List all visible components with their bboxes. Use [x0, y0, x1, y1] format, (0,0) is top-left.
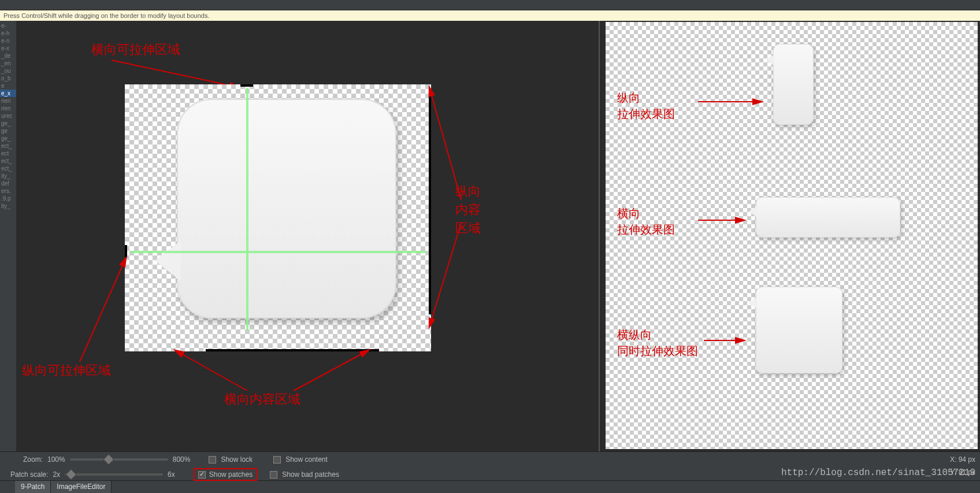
- patch-scale-label: Patch scale:: [10, 470, 48, 479]
- sidebar-item[interactable]: rien: [0, 105, 16, 112]
- preview-vertical-bubble: [773, 44, 814, 125]
- sidebar-item[interactable]: o_b: [0, 75, 16, 82]
- annot-prev-v-2: 拉伸效果图: [617, 106, 675, 122]
- sidebar-item[interactable]: .9.p: [0, 195, 16, 202]
- watermark: http://blog.csdn.net/sinat_31057219: [781, 468, 975, 478]
- preview-vertical-tail: [766, 54, 774, 66]
- sidebar-item[interactable]: ect: [0, 150, 16, 157]
- annot-prev-h-1: 横向: [617, 206, 640, 221]
- annot-v-stretch: 纵向可拉伸区域: [22, 362, 111, 379]
- show-patches-label: Show patches: [209, 470, 253, 479]
- zoom-label: Zoom:: [23, 455, 43, 464]
- left-strip: e-e-he-ne-x_de_en_ouo_bee_xrienrienurecg…: [0, 21, 16, 451]
- sidebar-item[interactable]: ge_: [0, 135, 16, 142]
- show-lock-checkbox[interactable]: [209, 456, 216, 464]
- preview-both-tail: [749, 297, 757, 309]
- sidebar-item[interactable]: def: [0, 180, 16, 187]
- hint-bar: Press Control/Shift while dragging on th…: [0, 10, 980, 21]
- svg-line-5: [294, 350, 369, 391]
- bottom-tabs: 9-Patch ImageFileEditor: [0, 480, 980, 493]
- bubble-tail: [155, 240, 181, 281]
- annot-prev-h-2: 拉伸效果图: [617, 222, 675, 238]
- annot-v-content-2: 内容: [455, 201, 481, 218]
- show-content-label: Show content: [285, 455, 328, 464]
- preview-horizontal-bubble: [756, 197, 900, 238]
- zoom-max: 800%: [173, 455, 191, 464]
- tab-imagefileeditor[interactable]: ImageFileEditor: [51, 481, 112, 493]
- svg-line-2: [429, 223, 461, 327]
- right-content-mark: [429, 95, 431, 314]
- sidebar-item[interactable]: _ou: [0, 67, 16, 75]
- show-bad-checkbox[interactable]: [270, 471, 277, 479]
- preview-pane: 纵向 拉伸效果图 横向 拉伸效果图 横纵向 同时拉伸效果图: [599, 21, 980, 451]
- sidebar-item[interactable]: ity_: [0, 202, 16, 210]
- sidebar-item[interactable]: rien: [0, 97, 16, 105]
- bubble-image: [177, 99, 396, 318]
- sidebar-item[interactable]: ect_: [0, 165, 16, 172]
- top-stretch-mark: [240, 84, 253, 87]
- sidebar-item[interactable]: ers.: [0, 187, 16, 195]
- show-patches-checkbox[interactable]: [198, 471, 206, 479]
- show-bad-label: Show bad patches: [282, 470, 339, 479]
- sidebar-item[interactable]: e_x: [0, 90, 16, 97]
- zoom-slider[interactable]: [70, 458, 168, 461]
- annot-v-content-1: 纵向: [455, 183, 481, 200]
- sidebar-item[interactable]: e-n: [0, 37, 16, 45]
- bottom-content-mark: [206, 349, 379, 351]
- left-stretch-mark: [125, 245, 127, 258]
- sidebar-item[interactable]: ge_: [0, 120, 16, 127]
- preview-horizontal-tail: [749, 206, 757, 217]
- editor-pane[interactable]: 横向可拉伸区域 纵向 内容 区域: [16, 21, 599, 451]
- patch-max: 6x: [168, 470, 175, 479]
- annot-prev-both-2: 同时拉伸效果图: [617, 343, 698, 359]
- sidebar-item[interactable]: ect_: [0, 157, 16, 165]
- sidebar-item[interactable]: e: [0, 82, 16, 90]
- patch-slider[interactable]: [65, 473, 163, 476]
- annot-prev-both-1: 横纵向: [617, 327, 652, 343]
- preview-both-bubble: [756, 287, 842, 373]
- show-patches-highlight: Show patches: [194, 468, 257, 481]
- editor-tab-bar[interactable]: [0, 0, 980, 10]
- show-lock-label: Show lock: [221, 455, 253, 464]
- annot-v-content-3: 区域: [455, 220, 481, 237]
- coord-x: X: 94 px: [950, 455, 975, 464]
- sidebar-item[interactable]: e-h: [0, 29, 16, 37]
- annot-h-content: 横向内容区域: [224, 391, 300, 408]
- annot-h-stretch: 横向可拉伸区域: [91, 41, 180, 58]
- show-content-checkbox[interactable]: [273, 456, 281, 464]
- annot-prev-v-1: 纵向: [617, 90, 640, 106]
- sidebar-item[interactable]: e-x: [0, 45, 16, 52]
- sidebar-item[interactable]: _en: [0, 60, 16, 67]
- patch-line-vertical: [246, 88, 248, 331]
- sidebar-item[interactable]: ge: [0, 127, 16, 135]
- patch-line-horizontal: [131, 251, 425, 253]
- tab-9patch[interactable]: 9-Patch: [15, 481, 51, 493]
- svg-line-0: [112, 60, 239, 87]
- sidebar-item[interactable]: ect_: [0, 142, 16, 150]
- patch-min: 2x: [53, 470, 60, 479]
- sidebar-item[interactable]: _de: [0, 52, 16, 60]
- sidebar-item[interactable]: urec: [0, 112, 16, 120]
- sidebar-item[interactable]: ity_: [0, 172, 16, 180]
- svg-line-4: [175, 350, 247, 391]
- sidebar-item[interactable]: e-: [0, 22, 16, 29]
- ninepatch-canvas[interactable]: [125, 84, 431, 351]
- svg-line-3: [80, 258, 126, 362]
- zoom-min: 100%: [47, 455, 65, 464]
